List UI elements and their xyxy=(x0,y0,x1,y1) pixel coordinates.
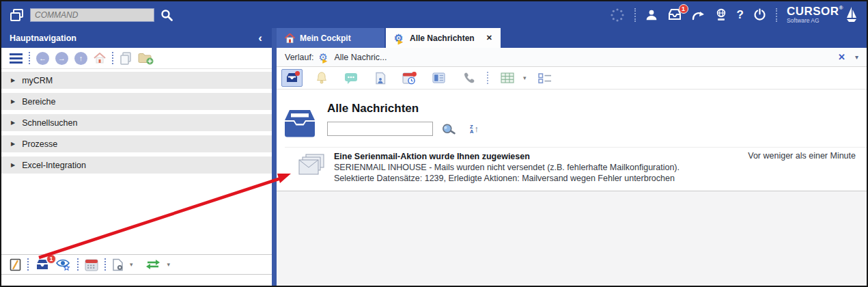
spinner-icon xyxy=(610,8,625,23)
tab-label: Mein Cockpit xyxy=(300,33,351,43)
sidebar-title: Hauptnavigation xyxy=(1,33,76,43)
redo-icon[interactable] xyxy=(692,10,705,20)
top-bar: 1 ? CURSOR® Software AG xyxy=(1,1,867,28)
logo-name: CURSOR® xyxy=(787,5,843,18)
toolbar-separator xyxy=(112,52,113,64)
sidebar-item-mycrm[interactable]: ▶ myCRM xyxy=(1,72,272,89)
table-view-icon[interactable] xyxy=(496,69,518,87)
reminders-bell-icon[interactable] xyxy=(311,69,332,87)
nav-back-button[interactable]: ← xyxy=(36,52,49,65)
calendar-clock-icon[interactable] xyxy=(399,69,420,87)
sidebar-bottom-toolbar: 1 ▾ ▾ xyxy=(1,254,272,275)
notification-badge: 1 xyxy=(679,4,688,14)
power-icon[interactable] xyxy=(753,8,766,21)
main-panel: Verlauf: ⚙ ▶ Alle Nachric... ✕ ▾ xyxy=(277,48,867,286)
sidebar-header: Hauptnavigation ‹ xyxy=(1,28,272,48)
caret-down-icon[interactable]: ▾ xyxy=(523,74,527,81)
inbox-large-icon xyxy=(285,110,315,137)
main-toolbar: ▾ xyxy=(277,67,867,90)
topbar-actions: 1 ? CURSOR® Software AG xyxy=(610,5,867,24)
caret-down-icon[interactable]: ▾ xyxy=(167,261,171,268)
app-window: 1 ? CURSOR® Software AG xyxy=(0,0,868,287)
document-settings-icon[interactable] xyxy=(112,258,124,271)
nav-up-button[interactable]: ↑ xyxy=(74,52,87,65)
expand-icon: ▶ xyxy=(11,141,15,147)
topbar-separator xyxy=(634,8,636,22)
history-label: Verlauf: xyxy=(285,53,313,62)
history-caret-icon[interactable]: ▾ xyxy=(855,53,858,61)
history-item[interactable]: Alle Nachric... xyxy=(334,53,387,62)
tab-bar: Mein Cockpit ⚙ ▶ Alle Nachrichten ✕ xyxy=(277,28,867,48)
news-window-icon[interactable] xyxy=(428,69,449,87)
phone-icon[interactable] xyxy=(458,69,479,87)
sidebar-item-schnellsuchen[interactable]: ▶ Schnellsuchen xyxy=(1,114,272,131)
message-list-item[interactable]: Eine Serienmail-Aktion wurde Ihnen zugew… xyxy=(285,147,867,191)
inbox-messages-icon[interactable]: 1 xyxy=(35,259,50,271)
sidebar-item-prozesse[interactable]: ▶ Prozesse xyxy=(1,135,272,152)
toolbar-separator xyxy=(487,72,488,84)
watch-favorites-icon[interactable] xyxy=(56,258,71,271)
logo-subtitle: Software AG xyxy=(787,18,843,24)
message-search-input[interactable] xyxy=(327,122,433,136)
sidebar-item-label: Schnellsuchen xyxy=(22,118,77,128)
notifications-inbox-icon[interactable]: 1 xyxy=(667,9,682,20)
chat-tool-icon[interactable] xyxy=(340,69,361,87)
toolbar-separator xyxy=(77,258,79,271)
sidebar-item-excel-integration[interactable]: ▶ Excel-Integration xyxy=(1,156,272,174)
home-muted-icon[interactable] xyxy=(94,53,106,64)
sort-icon[interactable]: ZA ↑ xyxy=(470,124,479,134)
history-bar: Verlauf: ⚙ ▶ Alle Nachric... ✕ ▾ xyxy=(277,48,867,67)
sailboat-icon xyxy=(846,6,857,24)
help-icon[interactable]: ? xyxy=(737,8,744,22)
tab-alle-nachrichten[interactable]: ⚙ ▶ Alle Nachrichten ✕ xyxy=(386,28,501,48)
sync-icon[interactable] xyxy=(145,259,161,270)
sidebar-item-label: Excel-Integration xyxy=(22,161,86,170)
message-line1: SERIENMAIL INHOUSE - Mails wurden nicht … xyxy=(334,162,680,173)
clear-history-icon[interactable]: ✕ xyxy=(838,52,845,62)
toolbar-separator xyxy=(27,258,29,271)
tab-label: Alle Nachrichten xyxy=(410,33,475,43)
calendar-icon[interactable] xyxy=(85,258,98,271)
gear-arrow-icon: ⚙ ▶ xyxy=(318,52,329,63)
panel-divider[interactable] xyxy=(272,28,277,286)
page-title: Alle Nachrichten xyxy=(327,102,479,115)
caret-down-icon[interactable]: ▾ xyxy=(130,261,133,268)
sidebar-item-label: myCRM xyxy=(22,76,53,85)
expand-icon: ▶ xyxy=(11,162,15,168)
message-title: Eine Serienmail-Aktion wurde Ihnen zugew… xyxy=(334,151,680,162)
copy-pages-icon[interactable] xyxy=(120,52,132,65)
tab-mein-cockpit[interactable]: Mein Cockpit xyxy=(277,28,384,48)
tab-close-icon[interactable]: ✕ xyxy=(486,33,492,42)
search-icon[interactable] xyxy=(441,122,455,136)
command-area xyxy=(1,8,173,22)
contact-document-icon[interactable] xyxy=(369,69,391,87)
topbar-separator xyxy=(776,8,777,22)
messages-tool-icon[interactable] xyxy=(281,69,303,87)
menu-icon[interactable] xyxy=(10,53,23,64)
toolbar-separator xyxy=(104,258,106,271)
windows-stack-icon[interactable] xyxy=(10,8,25,22)
inbox-badge: 1 xyxy=(46,254,56,264)
sidebar-toolbar: ← → ↑ xyxy=(1,48,272,69)
envelopes-stack-icon xyxy=(298,154,324,184)
folder-add-icon[interactable] xyxy=(138,53,152,64)
user-icon[interactable] xyxy=(645,9,658,21)
expand-icon: ▶ xyxy=(11,77,15,83)
message-line2: Selektierte Datensätze: 1239, Erledigte … xyxy=(334,173,680,184)
sidebar: ← → ↑ ▶ myCRM ▶ Bereiche xyxy=(1,48,272,286)
nav-forward-button[interactable]: → xyxy=(55,52,68,65)
toolbar-separator xyxy=(29,52,30,64)
unread-dot xyxy=(295,71,300,76)
message-timestamp: Vor weniger als einer Minute xyxy=(748,151,856,184)
form-layout-icon[interactable] xyxy=(535,69,556,87)
notes-edit-icon[interactable] xyxy=(10,258,21,271)
command-search-icon[interactable] xyxy=(160,8,173,22)
collapse-sidebar-icon[interactable]: ‹ xyxy=(258,32,272,44)
cursor-logo: CURSOR® Software AG xyxy=(787,5,857,24)
gear-arrow-icon: ⚙ ▶ xyxy=(394,33,405,44)
web-access-icon[interactable] xyxy=(715,8,727,22)
sidebar-item-bereiche[interactable]: ▶ Bereiche xyxy=(1,93,272,110)
command-input[interactable] xyxy=(30,8,154,22)
home-icon xyxy=(285,33,295,43)
sidebar-item-label: Prozesse xyxy=(22,139,57,149)
